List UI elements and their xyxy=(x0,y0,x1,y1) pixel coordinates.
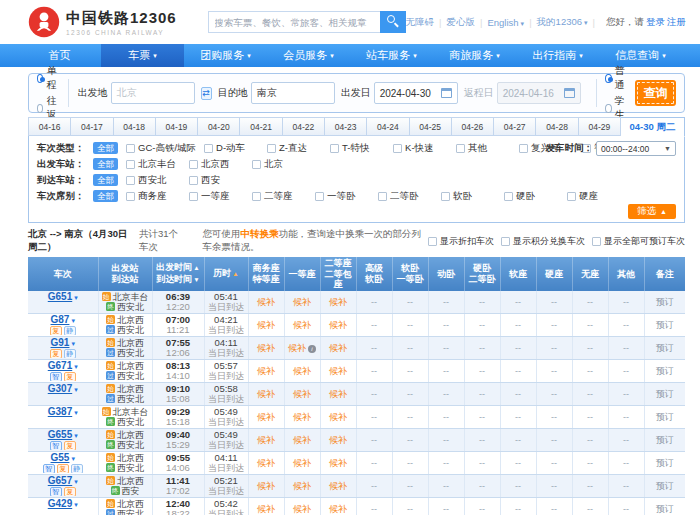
top-link-1[interactable]: 无障碍 xyxy=(406,16,435,29)
column-header[interactable]: 动卧 xyxy=(428,257,464,291)
query-button[interactable]: 查询 xyxy=(635,80,676,106)
seat-availability[interactable]: 候补 xyxy=(329,320,347,330)
from-input[interactable]: 北京 xyxy=(111,82,195,104)
seat-availability[interactable]: 候补 xyxy=(329,504,347,514)
train-number-link[interactable]: G307 xyxy=(48,384,72,394)
return-date-input[interactable]: 2024-04-16 xyxy=(497,82,581,104)
nav-item-business-services[interactable]: 商旅服务▾ xyxy=(433,44,516,67)
chevron-down-icon[interactable]: ▾ xyxy=(74,363,78,370)
train-number-link[interactable]: G657 xyxy=(48,476,72,486)
train-number-link[interactable]: G55 xyxy=(51,453,70,463)
filter-option[interactable]: 硬座 xyxy=(567,190,622,203)
filter-option[interactable]: 商务座 xyxy=(126,190,181,203)
filter-option[interactable]: T-特快 xyxy=(330,142,385,155)
filter-option[interactable]: GC-高铁/城际 xyxy=(126,142,196,155)
display-option[interactable]: 显示积分兑换车次 xyxy=(501,235,585,248)
column-header[interactable]: 商务座特等座 xyxy=(248,257,284,291)
column-header[interactable]: 无座 xyxy=(572,257,608,291)
seat-availability[interactable]: 候补 xyxy=(257,481,275,491)
date-tab[interactable]: 04-20 xyxy=(198,117,240,136)
nav-item-station-services[interactable]: 站车服务▾ xyxy=(350,44,433,67)
filter-option[interactable]: 软卧 xyxy=(441,190,496,203)
seat-availability[interactable]: 候补 xyxy=(293,435,311,445)
seat-availability[interactable]: 候补 xyxy=(257,366,275,376)
seat-availability[interactable]: 候补 xyxy=(257,458,275,468)
seat-availability[interactable]: 候补 xyxy=(329,481,347,491)
nav-item-travel-guide[interactable]: 出行指南▾ xyxy=(516,44,599,67)
date-tab[interactable]: 04-25 xyxy=(410,117,452,136)
filter-option[interactable]: 北京丰台 xyxy=(126,158,181,171)
book-link[interactable]: 预订 xyxy=(656,366,674,376)
column-header[interactable]: 出发站到达站 xyxy=(98,257,152,291)
chevron-down-icon[interactable]: ▾ xyxy=(74,294,78,301)
column-header[interactable]: 软卧一等卧 xyxy=(392,257,428,291)
site-logo[interactable]: 中国铁路12306 12306 CHINA RAILWAY xyxy=(28,6,194,38)
transfer-link[interactable]: 中转换乘 xyxy=(241,228,279,239)
filter-option[interactable]: 二等座 xyxy=(252,190,307,203)
filter-option[interactable]: 硬卧 xyxy=(504,190,559,203)
filter-option[interactable]: 一等座 xyxy=(189,190,244,203)
passenger-normal-radio[interactable]: 普通 xyxy=(605,64,627,92)
date-tab[interactable]: 04-22 xyxy=(283,117,325,136)
filter-all-badge[interactable]: 全部 xyxy=(93,142,118,154)
book-link[interactable]: 预订 xyxy=(656,297,674,307)
filter-all-badge[interactable]: 全部 xyxy=(93,190,118,202)
filter-option[interactable]: D-动车 xyxy=(204,142,259,155)
seat-availability[interactable]: 候补 xyxy=(293,320,311,330)
seat-availability[interactable]: 候补 xyxy=(257,320,275,330)
column-header[interactable]: 二等座二等包座 xyxy=(320,257,356,291)
seat-availability[interactable]: 候补 xyxy=(293,389,311,399)
top-link-2[interactable]: 爱心版 xyxy=(446,16,475,29)
column-header[interactable]: 硬座 xyxy=(536,257,572,291)
train-number-link[interactable]: G91 xyxy=(51,338,70,348)
column-header[interactable]: 出发时间▲到达时间▼ xyxy=(152,257,204,291)
column-header[interactable]: 备注 xyxy=(644,257,685,291)
seat-availability[interactable]: 候补 xyxy=(257,389,275,399)
top-link-4[interactable]: 我的12306▾ xyxy=(537,16,588,29)
filter-option[interactable]: 北京 xyxy=(252,158,307,171)
train-number-link[interactable]: G655 xyxy=(48,430,72,440)
filter-all-badge[interactable]: 全部 xyxy=(93,174,118,186)
column-header[interactable]: 其他 xyxy=(608,257,644,291)
chevron-down-icon[interactable]: ▾ xyxy=(74,386,78,393)
depart-date-input[interactable]: 2024-04-30 xyxy=(374,82,458,104)
seat-availability[interactable]: 候补 xyxy=(257,435,275,445)
seat-availability[interactable]: 候补 xyxy=(257,343,275,353)
filter-option[interactable]: 其他 xyxy=(456,142,511,155)
seat-availability[interactable]: 候补 xyxy=(288,343,306,353)
train-number-link[interactable]: G429 xyxy=(48,499,72,509)
nav-item-group-services[interactable]: 团购服务▾ xyxy=(184,44,267,67)
train-number-link[interactable]: G671 xyxy=(48,361,72,371)
chevron-down-icon[interactable]: ▾ xyxy=(74,409,78,416)
date-tab[interactable]: 04-27 xyxy=(494,117,536,136)
seat-availability[interactable]: 候补 xyxy=(293,458,311,468)
filter-option[interactable]: K-快速 xyxy=(393,142,448,155)
date-tab[interactable]: 04-26 xyxy=(452,117,494,136)
display-option[interactable]: 显示折扣车次 xyxy=(428,235,494,248)
seat-availability[interactable]: 候补 xyxy=(329,343,347,353)
login-link[interactable]: 登录 xyxy=(646,16,665,29)
train-number-link[interactable]: G651 xyxy=(48,292,72,302)
seat-availability[interactable]: 候补 xyxy=(293,504,311,514)
nav-item-tickets[interactable]: 车票▾ xyxy=(101,44,184,67)
chevron-down-icon[interactable]: ▾ xyxy=(74,478,78,485)
site-search-input[interactable] xyxy=(208,11,380,33)
seat-availability[interactable]: 候补 xyxy=(329,412,347,422)
book-link[interactable]: 预订 xyxy=(656,343,674,353)
seat-availability[interactable]: 候补 xyxy=(293,481,311,491)
chevron-down-icon[interactable]: ▾ xyxy=(74,501,78,508)
book-link[interactable]: 预订 xyxy=(656,320,674,330)
column-header[interactable]: 硬卧二等卧 xyxy=(464,257,500,291)
nav-item-member-services[interactable]: 会员服务▾ xyxy=(267,44,350,67)
filter-option[interactable]: 西安北 xyxy=(126,174,181,187)
book-link[interactable]: 预订 xyxy=(656,458,674,468)
nav-item-home[interactable]: 首页 xyxy=(18,44,101,67)
date-tab[interactable]: 04-19 xyxy=(156,117,198,136)
filter-option[interactable]: 一等卧 xyxy=(315,190,370,203)
chevron-down-icon[interactable]: ▾ xyxy=(71,340,75,347)
display-option[interactable]: 显示全部可预订车次 xyxy=(592,235,685,248)
column-header[interactable]: 车次 xyxy=(28,257,98,291)
filter-option[interactable]: 二等卧 xyxy=(378,190,433,203)
chevron-down-icon[interactable]: ▾ xyxy=(71,455,75,462)
seat-availability[interactable]: 候补 xyxy=(329,435,347,445)
